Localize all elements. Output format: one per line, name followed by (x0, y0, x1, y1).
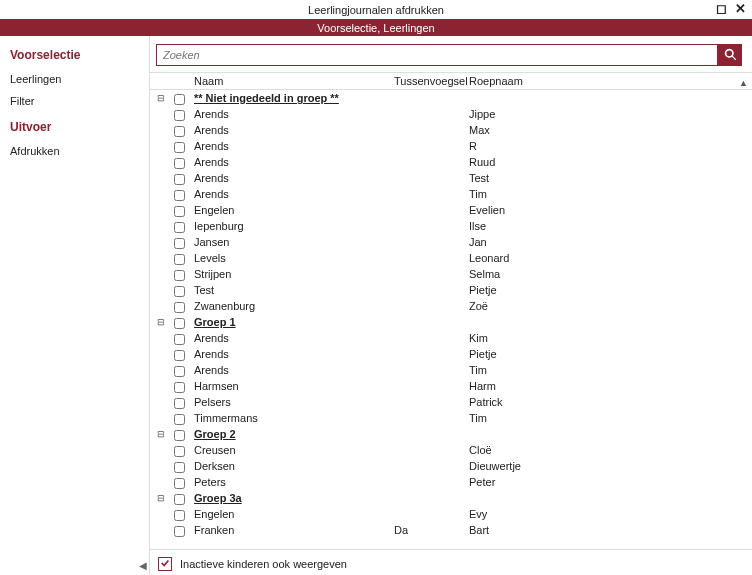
row-checkbox[interactable] (174, 206, 185, 217)
row-checkbox[interactable] (174, 366, 185, 377)
expand-toggle[interactable]: ⊟ (150, 426, 172, 442)
group-row[interactable]: ⊟** Niet ingedeeld in groep ** (150, 90, 752, 106)
col-header-naam[interactable]: Naam (194, 75, 394, 87)
table-row[interactable]: EngelenEvelien (150, 202, 752, 218)
inactive-checkbox[interactable] (158, 557, 172, 571)
row-checkbox[interactable] (174, 94, 185, 105)
table-row[interactable]: ArendsTim (150, 186, 752, 202)
search-row (150, 36, 752, 72)
table-row[interactable]: DerksenDieuwertje (150, 458, 752, 474)
table-row[interactable]: IepenburgIlse (150, 218, 752, 234)
grid-body[interactable]: ⊟** Niet ingedeeld in groep **ArendsJipp… (150, 90, 752, 549)
row-checkbox[interactable] (174, 446, 185, 457)
row-checkbox[interactable] (174, 510, 185, 521)
row-checkbox-cell (172, 426, 194, 442)
row-checkbox-cell (172, 346, 194, 362)
close-button[interactable]: ✕ (735, 2, 746, 16)
sort-ascending-icon[interactable]: ▲ (739, 78, 748, 88)
table-row[interactable]: ArendsJippe (150, 106, 752, 122)
row-checkbox[interactable] (174, 126, 185, 137)
table-row[interactable]: HarmsenHarm (150, 378, 752, 394)
row-checkbox[interactable] (174, 158, 185, 169)
row-checkbox-cell (172, 298, 194, 314)
grid-header: Naam Tussenvoegsel Roepnaam (150, 72, 752, 90)
table-row[interactable]: ArendsR (150, 138, 752, 154)
row-checkbox[interactable] (174, 286, 185, 297)
search-button[interactable] (718, 44, 742, 66)
row-checkbox[interactable] (174, 174, 185, 185)
sidebar-collapse-button[interactable]: ◀ (139, 560, 147, 571)
row-checkbox[interactable] (174, 334, 185, 345)
row-checkbox[interactable] (174, 526, 185, 537)
window-title: Leerlingjournalen afdrukken (308, 4, 444, 16)
inactive-label: Inactieve kinderen ook weergeven (180, 558, 347, 570)
cell-tussenvoegsel: Da (394, 522, 469, 538)
row-checkbox[interactable] (174, 302, 185, 313)
row-checkbox[interactable] (174, 254, 185, 265)
table-row[interactable]: ArendsRuud (150, 154, 752, 170)
expand-toggle[interactable]: ⊟ (150, 490, 172, 506)
sidebar-item[interactable]: Leerlingen (0, 68, 149, 90)
check-icon (160, 558, 170, 570)
row-checkbox-cell (172, 490, 194, 506)
table-row[interactable]: TestPietje (150, 282, 752, 298)
cell-naam: Arends (194, 362, 394, 378)
cell-roepnaam: Selma (469, 266, 752, 282)
row-checkbox[interactable] (174, 238, 185, 249)
cell-naam: Test (194, 282, 394, 298)
row-checkbox[interactable] (174, 110, 185, 121)
table-row[interactable]: ArendsPietje (150, 346, 752, 362)
group-row[interactable]: ⊟Groep 2 (150, 426, 752, 442)
col-header-roepnaam[interactable]: Roepnaam (469, 75, 736, 87)
sidebar-item[interactable]: Afdrukken (0, 140, 149, 162)
row-checkbox[interactable] (174, 430, 185, 441)
row-checkbox[interactable] (174, 478, 185, 489)
sidebar: VoorselectieLeerlingenFilterUitvoerAfdru… (0, 36, 150, 575)
table-row[interactable]: CreusenCloë (150, 442, 752, 458)
cell-roepnaam: Evelien (469, 202, 752, 218)
row-checkbox[interactable] (174, 142, 185, 153)
cell-naam: Arends (194, 330, 394, 346)
col-header-tussenvoegsel[interactable]: Tussenvoegsel (394, 75, 469, 87)
expand-toggle[interactable]: ⊟ (150, 90, 172, 106)
row-checkbox[interactable] (174, 494, 185, 505)
row-checkbox[interactable] (174, 222, 185, 233)
row-checkbox[interactable] (174, 382, 185, 393)
group-row[interactable]: ⊟Groep 1 (150, 314, 752, 330)
table-row[interactable]: JansenJan (150, 234, 752, 250)
row-checkbox-cell (172, 266, 194, 282)
table-row[interactable]: PelsersPatrick (150, 394, 752, 410)
table-row[interactable]: ArendsKim (150, 330, 752, 346)
maximize-button[interactable]: ◻ (716, 2, 727, 16)
table-row[interactable]: ArendsTest (150, 170, 752, 186)
table-row[interactable]: ZwanenburgZoë (150, 298, 752, 314)
table-row[interactable]: EngelenEvy (150, 506, 752, 522)
cell-naam: Pelsers (194, 394, 394, 410)
cell-roepnaam: Test (469, 170, 752, 186)
cell-roepnaam: Ruud (469, 154, 752, 170)
cell-naam: Franken (194, 522, 394, 538)
search-input[interactable] (156, 44, 718, 66)
table-row[interactable]: ArendsTim (150, 362, 752, 378)
row-checkbox[interactable] (174, 270, 185, 281)
group-row[interactable]: ⊟Groep 3a (150, 490, 752, 506)
cell-roepnaam: R (469, 138, 752, 154)
row-checkbox[interactable] (174, 318, 185, 329)
expand-toggle[interactable]: ⊟ (150, 314, 172, 330)
table-row[interactable]: TimmermansTim (150, 410, 752, 426)
table-row[interactable]: PetersPeter (150, 474, 752, 490)
table-row[interactable]: ArendsMax (150, 122, 752, 138)
row-checkbox[interactable] (174, 462, 185, 473)
cell-naam: Arends (194, 106, 394, 122)
cell-roepnaam: Ilse (469, 218, 752, 234)
row-checkbox[interactable] (174, 398, 185, 409)
table-row[interactable]: StrijpenSelma (150, 266, 752, 282)
row-checkbox[interactable] (174, 414, 185, 425)
table-row[interactable]: LevelsLeonard (150, 250, 752, 266)
table-row[interactable]: FrankenDaBart (150, 522, 752, 538)
row-checkbox[interactable] (174, 190, 185, 201)
sidebar-item[interactable]: Filter (0, 90, 149, 112)
row-checkbox-cell (172, 394, 194, 410)
main-panel: Naam Tussenvoegsel Roepnaam ▲ ⊟** Niet i… (150, 36, 752, 575)
row-checkbox[interactable] (174, 350, 185, 361)
